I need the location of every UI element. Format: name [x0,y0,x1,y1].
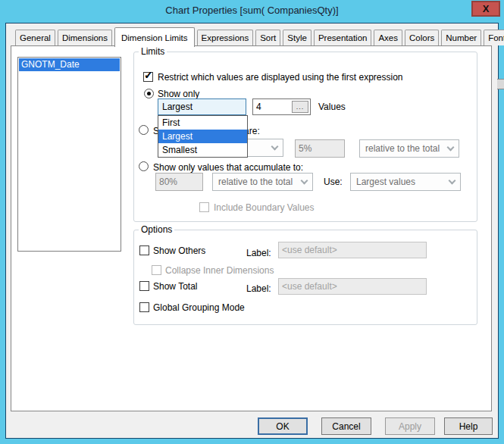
include-boundary-label: Include Boundary Values [214,202,315,213]
show-others-label[interactable]: Show Others [153,245,205,256]
row2-percent-value: 5% [299,143,311,154]
use-dropdown: Largest values [350,173,461,191]
list-item[interactable]: GNOTM_Date [19,58,120,71]
row2-percent-input: 5% [295,139,345,158]
show-only-mode-dropdown[interactable]: Largest [158,98,246,115]
tab-dimension-limits[interactable]: Dimension Limits [114,27,195,47]
values-count-input[interactable]: 4 ... [252,98,311,115]
row2-relative-dropdown: relative to the total [359,139,459,158]
tab-style[interactable]: Style [283,30,311,45]
restrict-values-checkbox[interactable]: ✓ [143,72,153,82]
show-only-label[interactable]: Show only [158,89,199,99]
apply-button: Apply [385,417,435,435]
accumulate-label[interactable]: Show only values that accumulate to: [153,162,303,173]
others-label-caption: Label: [246,248,271,258]
include-boundary-checkbox [199,202,209,212]
ok-button[interactable]: OK [258,417,308,435]
use-value: Largest values [351,177,443,187]
accumulate-relative-dropdown: relative to the total [212,173,313,191]
collapse-inner-dimensions-checkbox [152,265,161,275]
show-total-checkbox[interactable] [139,281,149,291]
tab-bar: General Dimensions Dimension Limits Expr… [15,27,504,45]
tab-axes[interactable]: Axes [374,30,402,45]
background-window-artifact [497,79,504,89]
check-icon: ✓ [144,69,153,81]
restrict-values-label[interactable]: Restrict which values are displayed usin… [158,72,402,83]
global-grouping-checkbox[interactable] [139,302,149,312]
tab-expressions[interactable]: Expressions [197,30,254,45]
collapse-inner-dimensions-label: Collapse Inner Dimensions [165,265,274,276]
dialog-title: Chart Properties [sum( CompaniesQty)] [0,5,504,16]
tab-font[interactable]: Font [484,30,504,45]
accumulate-percent-value: 80% [159,177,177,187]
others-label-value: <use default> [282,245,337,255]
total-label-input: <use default> [278,278,427,295]
help-button[interactable]: Help [444,417,493,435]
tab-presentation[interactable]: Presentation [314,30,372,45]
dropdown-option-smallest[interactable]: Smallest [158,143,247,157]
mode-dropdown-open-list: First Largest Smallest [158,115,248,158]
tab-general[interactable]: General [15,30,55,45]
tab-dimensions[interactable]: Dimensions [58,30,112,45]
close-button[interactable]: X [471,1,500,17]
total-label-value: <use default> [282,281,337,292]
chevron-down-icon [266,146,283,149]
cancel-button[interactable]: Cancel [321,417,371,435]
dimension-listbox[interactable]: GNOTM_Date [17,57,121,252]
options-groupbox-title: Options [139,224,174,235]
chart-properties-dialog: Chart Properties [sum( CompaniesQty)] X … [0,0,504,444]
total-label-caption: Label: [246,283,271,294]
values-label: Values [318,102,346,112]
dropdown-option-largest[interactable]: Largest [158,130,247,143]
dropdown-option-first[interactable]: First [158,116,247,130]
row2-relative-value: relative to the total [360,143,442,154]
ellipsis-icon: ... [296,103,305,111]
limits-groupbox-title: Limits [139,46,167,57]
accumulate-radio[interactable] [139,161,149,171]
ellipsis-button[interactable]: ... [292,101,308,113]
use-label: Use: [324,177,343,187]
values-count-value: 4 [256,102,261,112]
close-icon: X [483,3,490,14]
tab-colors[interactable]: Colors [405,30,439,45]
show-only-values-that-are-radio[interactable] [139,125,149,135]
chevron-down-icon [296,180,312,183]
tab-sort[interactable]: Sort [255,30,280,45]
show-only-radio[interactable] [144,89,154,98]
global-grouping-label[interactable]: Global Grouping Mode [153,302,245,313]
show-others-checkbox[interactable] [139,245,149,255]
accumulate-relative-value: relative to the total [213,177,296,187]
show-total-label[interactable]: Show Total [153,281,197,292]
accumulate-percent-input: 80% [155,173,203,191]
tab-number[interactable]: Number [441,30,481,45]
others-label-input: <use default> [278,242,427,258]
chevron-down-icon [443,180,460,183]
show-only-mode-value: Largest [158,102,246,112]
chevron-down-icon [442,147,459,150]
